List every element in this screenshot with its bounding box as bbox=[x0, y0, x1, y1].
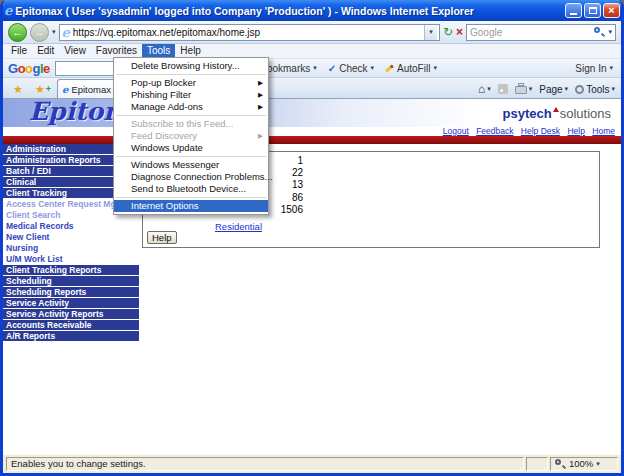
search-dropdown-icon[interactable]: ▾ bbox=[608, 28, 612, 36]
menu-item-popup-blocker[interactable]: Pop-up Blocker▶ bbox=[114, 77, 268, 89]
chevron-down-icon: ▾ bbox=[611, 85, 615, 93]
google-toolbar: Google ▾ ★ Bookmarks ▾ ✓ Check ▾ AutoFil… bbox=[3, 59, 621, 78]
menu-edit[interactable]: Edit bbox=[32, 44, 59, 58]
google-logo: Google bbox=[8, 61, 50, 76]
submenu-arrow-icon: ▶ bbox=[258, 130, 263, 142]
sidebar-item-medical-records[interactable]: Medical Records bbox=[3, 221, 139, 231]
home-button[interactable]: ⌂▾ bbox=[478, 83, 491, 95]
print-button[interactable]: ▾ bbox=[515, 84, 533, 94]
minimize-icon bbox=[570, 13, 577, 15]
menu-item-internet-options[interactable]: Internet Options bbox=[114, 200, 268, 212]
sidebar-item-client-tracking-reports[interactable]: Client Tracking Reports bbox=[3, 265, 139, 275]
menu-favorites[interactable]: Favorites bbox=[91, 44, 142, 58]
menu-view[interactable]: View bbox=[59, 44, 91, 58]
history-dropdown-icon[interactable]: ▾ bbox=[52, 28, 56, 36]
sidebar-item-ar-reports[interactable]: A/R Reports bbox=[3, 331, 139, 341]
check-button[interactable]: ✓ Check ▾ bbox=[325, 62, 377, 75]
check-icon: ✓ bbox=[328, 63, 336, 74]
link-home[interactable]: Home bbox=[592, 126, 615, 136]
tab-bar: ★ ★+ e Epitomax ( User '... ⌂▾ ▾ Page▾ T… bbox=[3, 78, 621, 99]
search-input[interactable] bbox=[470, 27, 591, 38]
sidebar-item-service-activity[interactable]: Service Activity bbox=[3, 298, 139, 308]
menu-help[interactable]: Help bbox=[175, 44, 206, 58]
browser-window: e Epitomax ( User 'sysadmin' logged into… bbox=[0, 0, 624, 476]
autofill-button[interactable]: AutoFill ▾ bbox=[382, 62, 440, 75]
tools-command-button[interactable]: Tools▾ bbox=[575, 84, 615, 95]
home-icon: ⌂ bbox=[478, 83, 485, 95]
close-button[interactable]: × bbox=[603, 3, 620, 18]
menu-item-manage-addons[interactable]: Manage Add-ons▶ bbox=[114, 101, 268, 113]
sidebar-item-accounts-receivable[interactable]: Accounts Receivable bbox=[3, 320, 139, 330]
sidebar-item-service-activity-reports[interactable]: Service Activity Reports bbox=[3, 309, 139, 319]
top-links: Logout Feedback Help Desk Help Home bbox=[438, 127, 615, 136]
menu-separator bbox=[116, 74, 266, 75]
chevron-down-icon: ▾ bbox=[565, 85, 569, 93]
print-icon bbox=[515, 86, 527, 94]
chevron-down-icon: ▾ bbox=[429, 28, 433, 36]
menu-item-send-bluetooth[interactable]: Send to Bluetooth Device... bbox=[114, 183, 268, 195]
stop-button[interactable]: × bbox=[456, 26, 463, 38]
ie-logo-icon[interactable]: e bbox=[4, 4, 12, 17]
sidebar-item-new-client[interactable]: New Client bbox=[3, 232, 139, 242]
address-input[interactable] bbox=[73, 27, 421, 38]
chevron-down-icon: ▾ bbox=[433, 64, 437, 72]
menu-item-windows-messenger[interactable]: Windows Messenger bbox=[114, 159, 268, 171]
search-box: ▾ bbox=[466, 24, 616, 41]
zoom-level: 100% bbox=[569, 458, 593, 470]
page-favicon-icon: e bbox=[62, 83, 68, 96]
refresh-button[interactable]: ↻ bbox=[443, 26, 453, 38]
submenu-arrow-icon: ▶ bbox=[258, 89, 263, 101]
feeds-button[interactable] bbox=[498, 84, 508, 94]
page-favicon-icon: e bbox=[62, 26, 70, 39]
sidebar-item-nursing[interactable]: Nursing bbox=[3, 243, 139, 253]
zoom-control[interactable]: 100% ▾ bbox=[550, 457, 618, 471]
status-text: Enables you to change settings. bbox=[6, 457, 524, 471]
back-button[interactable]: ← bbox=[8, 23, 27, 42]
sidebar-item-scheduling-reports[interactable]: Scheduling Reports bbox=[3, 287, 139, 297]
status-bar: Enables you to change settings. 100% ▾ bbox=[3, 454, 621, 473]
menu-file[interactable]: File bbox=[6, 44, 32, 58]
page-body: Administration Administration Reports Ba… bbox=[3, 144, 621, 454]
add-favorite-button[interactable]: ★+ bbox=[32, 81, 54, 98]
tools-dropdown-menu: Delete Browsing History... Pop-up Blocke… bbox=[113, 57, 269, 215]
zoom-magnifier-icon bbox=[555, 459, 566, 470]
link-help[interactable]: Help bbox=[567, 126, 584, 136]
residential-link[interactable]: Residential bbox=[215, 221, 262, 232]
chevron-down-icon: ▾ bbox=[313, 64, 317, 72]
help-button[interactable]: Help bbox=[147, 231, 177, 244]
navigation-bar: ← → ▾ e ▾ ↻ × ▾ bbox=[3, 21, 621, 44]
favorites-center-button[interactable]: ★ bbox=[7, 81, 29, 98]
menu-item-diagnose-connection[interactable]: Diagnose Connection Problems... bbox=[114, 171, 268, 183]
minimize-button[interactable] bbox=[565, 3, 582, 18]
menu-item-windows-update[interactable]: Windows Update bbox=[114, 142, 268, 154]
maximize-button[interactable] bbox=[584, 3, 601, 18]
menu-separator bbox=[116, 197, 266, 198]
plus-icon: + bbox=[46, 85, 51, 94]
page-menu-button[interactable]: Page▾ bbox=[539, 84, 568, 95]
site-header: Epitomax psytechsolutions bbox=[3, 99, 621, 127]
sidebar-item-um-work-list[interactable]: U/M Work List bbox=[3, 254, 139, 264]
brand-accent-icon bbox=[553, 107, 559, 112]
sidebar-item-scheduling[interactable]: Scheduling bbox=[3, 276, 139, 286]
menu-separator bbox=[116, 115, 266, 116]
forward-button[interactable]: → bbox=[30, 23, 49, 42]
title-bar: e Epitomax ( User 'sysadmin' logged into… bbox=[0, 0, 624, 21]
search-icon[interactable] bbox=[594, 27, 605, 38]
menu-item-delete-browsing-history[interactable]: Delete Browsing History... bbox=[114, 60, 268, 72]
menu-separator bbox=[116, 156, 266, 157]
gear-icon bbox=[575, 85, 584, 94]
psytechsolutions-logo: psytechsolutions bbox=[503, 106, 611, 121]
address-bar: e ▾ bbox=[59, 24, 440, 41]
sign-in-button[interactable]: Sign In ▾ bbox=[572, 62, 616, 75]
menu-item-feed-discovery: Feed Discovery▶ bbox=[114, 130, 268, 142]
link-feedback[interactable]: Feedback bbox=[476, 126, 513, 136]
address-dropdown-button[interactable]: ▾ bbox=[424, 25, 437, 40]
menu-item-phishing-filter[interactable]: Phishing Filter▶ bbox=[114, 89, 268, 101]
chevron-down-icon: ▾ bbox=[371, 64, 375, 72]
link-help-desk[interactable]: Help Desk bbox=[521, 126, 560, 136]
link-logout[interactable]: Logout bbox=[443, 126, 469, 136]
menu-tools[interactable]: Tools bbox=[142, 44, 175, 58]
favorites-star-icon: ★ bbox=[35, 84, 45, 95]
chevron-down-icon: ▾ bbox=[609, 64, 613, 72]
chevron-down-icon: ▾ bbox=[529, 85, 533, 93]
